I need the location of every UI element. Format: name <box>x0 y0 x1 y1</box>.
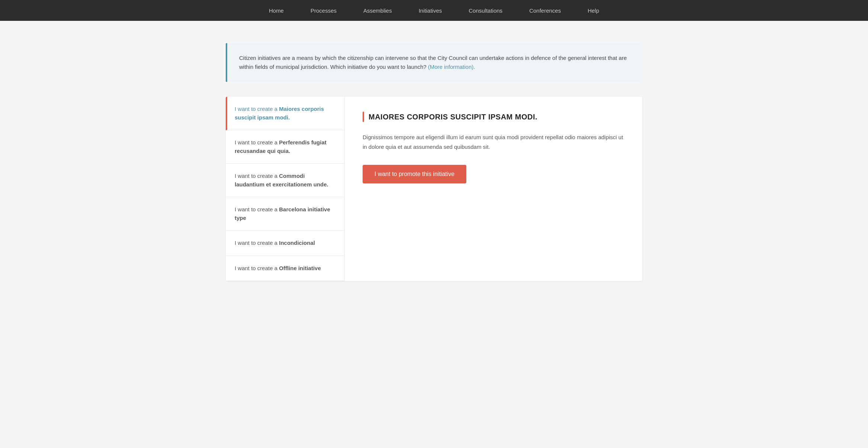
initiative-description: Dignissimos tempore aut eligendi illum i… <box>363 132 624 151</box>
initiative-detail-panel: MAIORES CORPORIS SUSCIPIT IPSAM MODI. Di… <box>345 97 642 281</box>
main-nav: Home Processes Assemblies Initiatives Co… <box>0 0 868 21</box>
nav-item-processes[interactable]: Processes <box>297 0 350 21</box>
nav-item-assemblies[interactable]: Assemblies <box>350 0 405 21</box>
main-content: Citizen initiatives are a means by which… <box>218 21 650 303</box>
nav-item-home[interactable]: Home <box>255 0 297 21</box>
nav-item-conferences[interactable]: Conferences <box>516 0 574 21</box>
initiative-type-sidebar: I want to create a Maiores corporis susc… <box>226 97 345 281</box>
sidebar-item-commodi[interactable]: I want to create a Commodi laudantium et… <box>226 164 344 197</box>
info-box: Citizen initiatives are a means by which… <box>226 43 642 82</box>
sidebar-item-incondicional[interactable]: I want to create a Incondicional <box>226 231 344 256</box>
nav-item-consultations[interactable]: Consultations <box>455 0 516 21</box>
promote-initiative-button[interactable]: I want to promote this initiative <box>363 165 466 183</box>
nav-list: Home Processes Assemblies Initiatives Co… <box>255 0 613 21</box>
sidebar-item-offline[interactable]: I want to create a Offline initiative <box>226 256 344 281</box>
title-accent-bar <box>363 112 364 122</box>
nav-item-initiatives[interactable]: Initiatives <box>405 0 456 21</box>
nav-item-help[interactable]: Help <box>574 0 613 21</box>
sidebar-item-maiores[interactable]: I want to create a Maiores corporis susc… <box>226 97 344 130</box>
info-box-text: Citizen initiatives are a means by which… <box>239 54 630 71</box>
sidebar-item-perferendis[interactable]: I want to create a Perferendis fugiat re… <box>226 130 344 164</box>
two-column-layout: I want to create a Maiores corporis susc… <box>226 97 642 281</box>
more-info-link[interactable]: (More information). <box>428 64 475 70</box>
initiative-title-bar: MAIORES CORPORIS SUSCIPIT IPSAM MODI. <box>363 112 624 122</box>
initiative-title: MAIORES CORPORIS SUSCIPIT IPSAM MODI. <box>369 113 537 121</box>
sidebar-item-barcelona[interactable]: I want to create a Barcelona initiative … <box>226 197 344 231</box>
